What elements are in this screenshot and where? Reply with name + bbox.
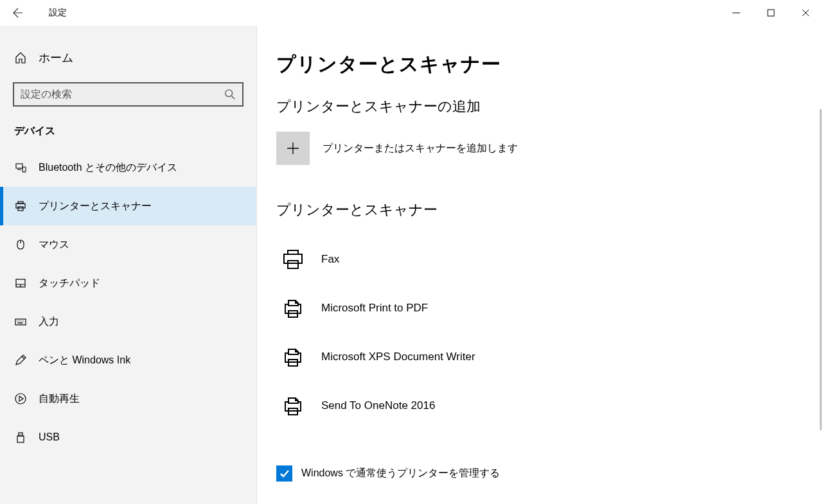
plus-icon bbox=[286, 141, 300, 155]
pen-icon bbox=[14, 354, 27, 367]
search-input[interactable] bbox=[21, 89, 224, 100]
home-label: ホーム bbox=[39, 50, 73, 65]
svg-rect-16 bbox=[288, 261, 298, 268]
printer-icon bbox=[280, 247, 306, 272]
usb-icon bbox=[14, 431, 27, 444]
content-area: プリンターとスキャナー プリンターとスキャナーの追加 プリンターまたはスキャナー… bbox=[257, 26, 823, 504]
home-link[interactable]: ホーム bbox=[0, 45, 256, 71]
back-button[interactable] bbox=[8, 3, 28, 23]
close-icon bbox=[802, 9, 810, 17]
svg-rect-13 bbox=[17, 436, 24, 442]
sidebar-item-mouse[interactable]: マウス bbox=[0, 225, 256, 264]
maximize-button[interactable] bbox=[754, 0, 788, 26]
default-printer-checkbox[interactable] bbox=[276, 465, 292, 482]
checkmark-icon bbox=[279, 468, 290, 480]
printer-name: Microsoft XPS Document Writer bbox=[321, 351, 475, 363]
svg-point-11 bbox=[15, 394, 26, 404]
printer-item-onenote[interactable]: Send To OneNote 2016 bbox=[276, 381, 823, 430]
touchpad-icon bbox=[14, 277, 27, 290]
printer-item-pdf[interactable]: Microsoft Print to PDF bbox=[276, 284, 823, 333]
printer-file-icon bbox=[281, 394, 305, 417]
sidebar-item-label: Bluetooth とその他のデバイス bbox=[39, 161, 177, 175]
svg-rect-0 bbox=[768, 10, 774, 16]
checkbox-label: Windows で通常使うプリンターを管理する bbox=[301, 467, 500, 480]
add-printer-label: プリンターまたはスキャナーを追加します bbox=[323, 142, 518, 155]
default-printer-checkbox-row: Windows で通常使うプリンターを管理する bbox=[276, 465, 823, 482]
printer-file-icon bbox=[281, 297, 305, 320]
window-title: 設定 bbox=[49, 7, 67, 19]
sidebar-item-autoplay[interactable]: 自動再生 bbox=[0, 379, 256, 418]
window-controls bbox=[719, 0, 823, 26]
svg-rect-15 bbox=[284, 254, 302, 263]
bluetooth-devices-icon bbox=[14, 161, 27, 174]
sidebar-item-bluetooth[interactable]: Bluetooth とその他のデバイス bbox=[0, 148, 256, 187]
svg-rect-2 bbox=[16, 164, 22, 168]
svg-rect-6 bbox=[16, 204, 25, 208]
search-box[interactable] bbox=[13, 82, 243, 107]
plus-button bbox=[276, 132, 310, 165]
printer-name: Microsoft Print to PDF bbox=[321, 302, 428, 315]
svg-rect-7 bbox=[18, 207, 23, 211]
sidebar-item-label: 自動再生 bbox=[39, 392, 80, 406]
list-section-title: プリンターとスキャナー bbox=[276, 200, 823, 220]
printer-name: Fax bbox=[321, 253, 339, 266]
sidebar: ホーム デバイス Bluetooth とその他のデバイス bbox=[0, 26, 257, 504]
minimize-icon bbox=[732, 9, 740, 17]
page-title: プリンターとスキャナー bbox=[276, 51, 823, 78]
maximize-icon bbox=[767, 9, 775, 17]
scrollbar[interactable] bbox=[820, 109, 822, 430]
add-printer-button[interactable]: プリンターまたはスキャナーを追加します bbox=[276, 132, 823, 165]
printer-name: Send To OneNote 2016 bbox=[321, 399, 435, 412]
svg-rect-12 bbox=[19, 433, 22, 436]
sidebar-item-label: USB bbox=[39, 431, 60, 443]
titlebar: 設定 bbox=[0, 0, 823, 26]
sidebar-item-label: タッチパッド bbox=[39, 277, 100, 290]
keyboard-icon bbox=[14, 315, 27, 328]
add-section-title: プリンターとスキャナーの追加 bbox=[276, 97, 823, 116]
minimize-button[interactable] bbox=[719, 0, 754, 26]
sidebar-item-label: 入力 bbox=[39, 315, 59, 329]
sidebar-item-label: プリンターとスキャナー bbox=[39, 200, 152, 213]
sidebar-item-printers[interactable]: プリンターとスキャナー bbox=[0, 187, 256, 225]
sidebar-item-pen[interactable]: ペンと Windows Ink bbox=[0, 341, 256, 379]
svg-rect-10 bbox=[15, 319, 26, 325]
sidebar-item-typing[interactable]: 入力 bbox=[0, 302, 256, 341]
printer-file-icon bbox=[281, 345, 305, 369]
close-button[interactable] bbox=[788, 0, 823, 26]
sidebar-item-label: マウス bbox=[39, 238, 69, 252]
printer-item-fax[interactable]: Fax bbox=[276, 235, 823, 284]
search-icon bbox=[224, 89, 236, 100]
printer-icon bbox=[14, 200, 27, 213]
mouse-icon bbox=[14, 238, 27, 251]
svg-point-1 bbox=[226, 90, 233, 97]
home-icon bbox=[14, 51, 27, 64]
category-label: デバイス bbox=[0, 119, 256, 143]
autoplay-icon bbox=[14, 392, 27, 405]
printer-item-xps[interactable]: Microsoft XPS Document Writer bbox=[276, 333, 823, 381]
svg-point-4 bbox=[24, 171, 24, 171]
sidebar-item-label: ペンと Windows Ink bbox=[39, 354, 130, 367]
sidebar-item-usb[interactable]: USB bbox=[0, 418, 256, 456]
sidebar-item-touchpad[interactable]: タッチパッド bbox=[0, 264, 256, 302]
arrow-left-icon bbox=[13, 8, 23, 18]
